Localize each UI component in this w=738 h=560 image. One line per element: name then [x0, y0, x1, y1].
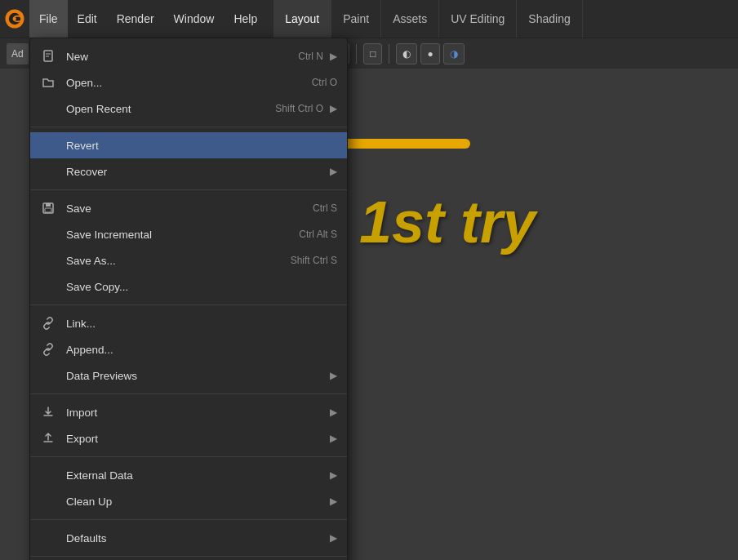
save-icon: [40, 200, 56, 216]
sep-3: [30, 304, 347, 305]
recover-label: Recover: [66, 166, 323, 178]
clean-up-arrow: ▶: [330, 496, 337, 507]
open-shortcut: Ctrl O: [312, 77, 337, 88]
revert-icon: [40, 137, 56, 153]
menu-open-recent[interactable]: Open Recent Shift Ctrl O ▶: [30, 96, 347, 122]
save-incremental-icon: [40, 226, 56, 242]
append-icon: [40, 341, 56, 358]
menu-section-4: Link... Append... Data Previews ▶: [30, 309, 347, 390]
separator-6: [389, 44, 389, 64]
sep-4: [30, 393, 347, 394]
menu-open[interactable]: Open... Ctrl O: [30, 69, 347, 96]
menu-revert[interactable]: Revert: [30, 132, 347, 158]
file-dropdown-menu: New Ctrl N ▶ Open... Ctrl O Open Recent …: [29, 38, 348, 560]
menu-section-1: New Ctrl N ▶ Open... Ctrl O Open Recent …: [30, 42, 347, 123]
menu-data-previews[interactable]: Data Previews ▶: [30, 362, 347, 389]
open-recent-label: Open Recent: [66, 103, 275, 115]
import-icon: [40, 404, 56, 420]
defaults-icon: [40, 530, 56, 546]
clean-up-icon: [40, 493, 56, 509]
menu-section-7: Defaults ▶: [30, 523, 347, 553]
save-as-label: Save As...: [66, 255, 291, 267]
export-label: Export: [66, 433, 323, 445]
new-shortcut: Ctrl N: [298, 51, 323, 62]
menu-link[interactable]: Link...: [30, 310, 347, 336]
menu-edit[interactable]: Edit: [68, 0, 107, 38]
open-recent-shortcut: Shift Ctrl O: [275, 103, 323, 114]
menu-section-3: Save Ctrl S Save Incremental Ctrl Alt S …: [30, 193, 347, 301]
data-previews-icon: [40, 367, 56, 384]
clean-up-label: Clean Up: [66, 496, 323, 508]
save-incremental-label: Save Incremental: [66, 229, 299, 241]
svg-point-3: [13, 17, 16, 20]
first-try-text: 1st try: [359, 189, 536, 256]
menu-file[interactable]: File: [29, 0, 68, 38]
open-recent-arrow: ▶: [330, 103, 337, 114]
menu-save-copy[interactable]: Save Copy...: [30, 273, 347, 300]
export-arrow: ▶: [330, 433, 337, 444]
export-icon: [40, 430, 56, 447]
tab-assets[interactable]: Assets: [381, 0, 439, 38]
menu-section-6: External Data ▶ Clean Up ▶: [30, 460, 347, 516]
render-btn1[interactable]: ◐: [396, 43, 417, 64]
menu-section-5: Import ▶ Export ▶: [30, 398, 347, 453]
top-menu-items: File Edit Render Window Help: [29, 0, 267, 38]
open-recent-icon: [40, 100, 56, 117]
menu-help[interactable]: Help: [224, 0, 267, 38]
recover-icon: [40, 163, 56, 180]
sep-1: [30, 127, 347, 127]
tab-uv-editing[interactable]: UV Editing: [439, 0, 517, 38]
tab-layout[interactable]: Layout: [273, 0, 331, 38]
save-as-shortcut: Shift Ctrl S: [291, 255, 337, 266]
tab-shading[interactable]: Shading: [517, 0, 582, 38]
save-label: Save: [66, 202, 313, 215]
open-icon: [40, 74, 56, 91]
menu-append[interactable]: Append...: [30, 336, 347, 362]
import-arrow: ▶: [330, 407, 337, 418]
menu-save-as[interactable]: Save As... Shift Ctrl S: [30, 247, 347, 273]
save-copy-icon: [40, 278, 56, 295]
render-btn2[interactable]: ●: [420, 43, 439, 64]
display-btn[interactable]: □: [363, 43, 382, 64]
save-shortcut: Ctrl S: [313, 202, 337, 214]
sep-6: [30, 519, 347, 520]
menu-new[interactable]: New Ctrl N ▶: [30, 43, 347, 69]
sep-5: [30, 456, 347, 457]
external-data-arrow: ▶: [330, 469, 337, 481]
menu-section-2: Revert Recover ▶: [30, 131, 347, 186]
tab-paint[interactable]: Paint: [331, 0, 381, 38]
menubar: File Edit Render Window Help Layout Pain…: [0, 0, 738, 38]
open-label: Open...: [66, 77, 312, 89]
append-label: Append...: [66, 344, 337, 356]
menu-external-data[interactable]: External Data ▶: [30, 462, 347, 488]
svg-rect-9: [45, 208, 51, 212]
ad-label: Ad: [7, 43, 29, 64]
new-label: New: [66, 51, 298, 63]
svg-rect-8: [46, 203, 51, 207]
render-btn3[interactable]: ◑: [443, 43, 465, 64]
blender-logo[interactable]: [0, 0, 29, 38]
menu-export[interactable]: Export ▶: [30, 425, 347, 451]
external-data-label: External Data: [66, 469, 323, 482]
separator-5: [356, 44, 357, 64]
menu-render[interactable]: Render: [107, 0, 164, 38]
file-new-icon: [40, 48, 56, 64]
menu-save-incremental[interactable]: Save Incremental Ctrl Alt S: [30, 221, 347, 247]
menu-defaults[interactable]: Defaults ▶: [30, 525, 347, 551]
external-data-icon: [40, 467, 56, 483]
import-label: Import: [66, 407, 323, 419]
menu-window[interactable]: Window: [164, 0, 225, 38]
defaults-label: Defaults: [66, 532, 323, 544]
menu-recover[interactable]: Recover ▶: [30, 158, 347, 184]
save-copy-label: Save Copy...: [66, 281, 337, 293]
menu-import[interactable]: Import ▶: [30, 399, 347, 425]
new-arrow: ▶: [330, 51, 337, 62]
data-previews-arrow: ▶: [330, 370, 337, 381]
menu-clean-up[interactable]: Clean Up ▶: [30, 488, 347, 514]
sep-7: [30, 556, 347, 557]
revert-label: Revert: [66, 140, 337, 152]
link-icon: [40, 315, 56, 331]
defaults-arrow: ▶: [330, 532, 337, 544]
data-previews-label: Data Previews: [66, 370, 323, 382]
menu-save[interactable]: Save Ctrl S: [30, 195, 347, 221]
